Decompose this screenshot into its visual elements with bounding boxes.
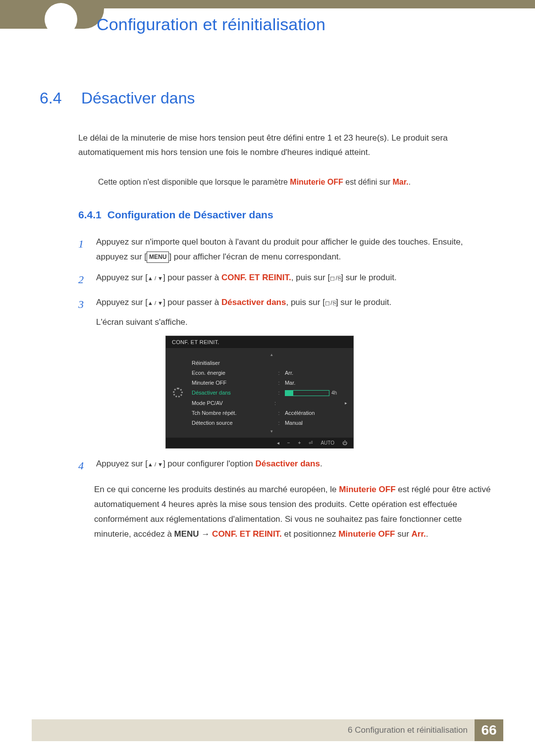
section-heading: 6.4 Désactiver dans: [40, 89, 495, 107]
osd-label: Détection source: [192, 420, 273, 426]
footer-page-number: 66: [475, 719, 503, 741]
osd-row: Tch Nombre répét.:Accélération: [190, 408, 353, 418]
step-text: Appuyez sur [] pour passer à Désactiver …: [96, 295, 495, 330]
text: et positionnez: [282, 529, 338, 539]
text: .: [426, 529, 428, 539]
scroll-down-icon: ▾: [190, 428, 353, 435]
step-4: 4 Appuyez sur [] pour configurer l'optio…: [78, 456, 495, 476]
osd-title: CONF. ET REINIT.: [166, 336, 353, 348]
scroll-up-icon: ▴: [190, 351, 353, 358]
gear-icon: [173, 388, 183, 398]
chapter-badge: [45, 3, 77, 36]
osd-label: Tch Nombre répét.: [192, 410, 273, 416]
note-highlight: Mar.: [392, 178, 408, 186]
step-text: Appuyez sur n'importe quel bouton à l'av…: [96, 235, 495, 264]
osd-row-selected: Désactiver dans:4h: [190, 388, 353, 398]
subsection-heading: 6.4.1Configuration de Désactiver dans: [78, 209, 495, 221]
osd-value: 4h: [285, 390, 347, 396]
osd-row: Minuterie OFF:Mar.: [190, 378, 353, 388]
step-number: 2: [78, 270, 87, 290]
text: ] pour passer à: [163, 298, 221, 307]
highlight: Désactiver dans: [221, 298, 286, 307]
text: Appuyez sur [: [96, 459, 148, 468]
osd-value: Mar.: [285, 380, 347, 386]
section-note: Cette option n'est disponible que lorsqu…: [98, 176, 495, 189]
step-2: 2 Appuyez sur [] pour passer à CONF. ET …: [78, 270, 495, 290]
note-text: est défini sur: [343, 178, 393, 186]
chevron-right-icon: ▸: [345, 401, 347, 405]
up-down-arrows-icon: [148, 273, 163, 282]
osd-label: Mode PC/AV: [192, 400, 269, 406]
osd-value: Accélération: [285, 410, 347, 416]
step-number: 3: [78, 295, 87, 330]
page-content: 6.4 Désactiver dans Le délai de la minut…: [40, 89, 495, 541]
section-title: Désactiver dans: [81, 89, 195, 107]
page-footer: 6 Configuration et réinitialisation 66: [32, 719, 503, 741]
steps-list: 1 Appuyez sur n'importe quel bouton à l'…: [78, 235, 495, 475]
enter-source-icon: [325, 298, 336, 307]
note-highlight: Minuterie OFF: [290, 178, 343, 186]
osd-rows: ▴ Réinitialiser Econ. énergie:Arr. Minut…: [190, 348, 353, 438]
arrow-icon: →: [199, 529, 212, 539]
text: ] sur le produit.: [336, 298, 391, 307]
highlight: CONF. ET REINIT.: [221, 273, 291, 282]
footnote: En ce qui concerne les produits destinés…: [94, 482, 495, 541]
text: ] sur le produit.: [341, 273, 396, 282]
section-number: 6.4: [40, 89, 71, 107]
step-text: Appuyez sur [] pour configurer l'option …: [96, 456, 495, 476]
step-1: 1 Appuyez sur n'importe quel bouton à l'…: [78, 235, 495, 264]
chapter-title: Configuration et réinitialisation: [97, 15, 325, 34]
step-text: Appuyez sur [] pour passer à CONF. ET RE…: [96, 270, 495, 290]
step-number: 4: [78, 456, 87, 476]
up-down-arrows-icon: [148, 459, 163, 468]
subsection-title: Configuration de Désactiver dans: [107, 209, 273, 220]
step-number: 1: [78, 235, 87, 264]
osd-row: Réinitialiser: [190, 358, 353, 368]
highlight: Minuterie OFF: [339, 485, 395, 494]
osd-body: ▴ Réinitialiser Econ. énergie:Arr. Minut…: [166, 348, 353, 438]
step-3: 3 Appuyez sur [] pour passer à Désactive…: [78, 295, 495, 330]
footer-chapter-label: 6 Configuration et réinitialisation: [348, 725, 475, 735]
note-text: Cette option n'est disponible que lorsqu…: [98, 178, 290, 186]
highlight: CONF. ET REINIT.: [212, 529, 282, 539]
osd-row: Mode PC/AV:▸: [190, 398, 353, 408]
text: Appuyez sur [: [96, 298, 148, 307]
highlight: Arr.: [412, 529, 426, 539]
text: , puis sur [: [291, 273, 330, 282]
osd-enter-icon: ⏎: [309, 440, 313, 446]
text: ] pour passer à: [163, 273, 221, 282]
osd-screenshot: CONF. ET REINIT. ▴ Réinitialiser Econ. é…: [165, 336, 354, 449]
menu-label: MENU: [174, 529, 199, 539]
osd-sidebar: [166, 348, 190, 438]
text: En ce qui concerne les produits destinés…: [94, 485, 339, 494]
slider-bar: [285, 390, 329, 396]
menu-key-icon: MENU: [147, 252, 169, 263]
osd-value: Manual: [285, 420, 347, 426]
osd-label: Désactiver dans: [192, 390, 273, 396]
text: ] pour configurer l'option: [163, 459, 256, 468]
osd-row: Econ. énergie:Arr.: [190, 368, 353, 378]
text: sur: [395, 529, 411, 539]
osd-label: Réinitialiser: [192, 360, 273, 366]
osd-label: Minuterie OFF: [192, 380, 273, 386]
osd-minus-icon: −: [287, 440, 290, 446]
osd-power-icon: ⏻: [342, 440, 347, 446]
osd-auto-label: AUTO: [321, 440, 334, 446]
text: Appuyez sur [: [96, 273, 148, 282]
osd-back-icon: ◂: [277, 440, 279, 446]
text: .: [320, 459, 322, 468]
text: L'écran suivant s'affiche.: [96, 315, 495, 330]
osd-label: Econ. énergie: [192, 370, 273, 376]
up-down-arrows-icon: [148, 298, 163, 307]
slider-value: 4h: [331, 390, 337, 396]
osd-row: Détection source:Manual: [190, 418, 353, 428]
osd-value: Arr.: [285, 370, 347, 376]
enter-source-icon: [330, 273, 341, 282]
osd-plus-icon: +: [298, 440, 301, 446]
section-intro: Le délai de la minuterie de mise hors te…: [78, 131, 495, 160]
text: ] pour afficher l'écran de menu correspo…: [169, 252, 341, 261]
highlight: Désactiver dans: [255, 459, 320, 468]
subsection-number: 6.4.1: [78, 209, 102, 220]
note-text: .: [408, 178, 410, 186]
highlight: Minuterie OFF: [338, 529, 395, 539]
